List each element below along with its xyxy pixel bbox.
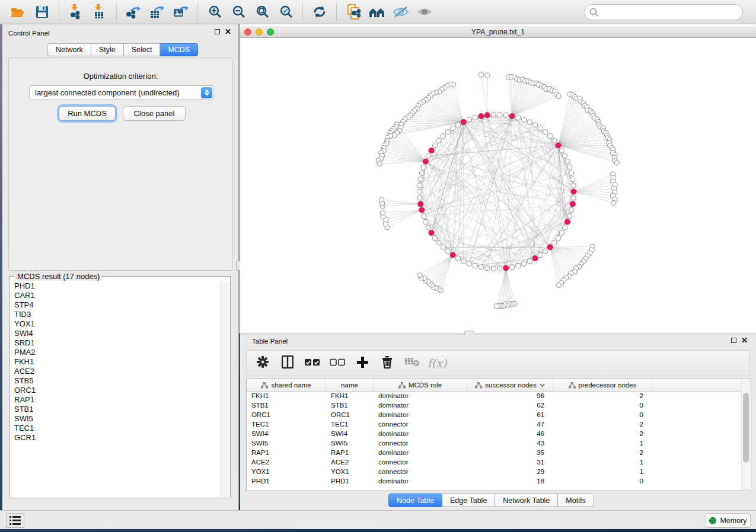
cell-name[interactable]: PHD1: [326, 477, 374, 486]
cell-successors[interactable]: 31: [467, 458, 553, 467]
add-button[interactable]: [355, 355, 370, 371]
optimization-criterion-select[interactable]: largest connected component (undirected): [29, 85, 214, 100]
cell-shared_name[interactable]: PHD1: [247, 477, 326, 486]
mcds-result-item[interactable]: SRD1: [11, 338, 221, 348]
tab-node-table[interactable]: Node Table: [388, 493, 442, 507]
cell-name[interactable]: ACE2: [326, 458, 374, 467]
tab-edge-table[interactable]: Edge Table: [442, 493, 495, 507]
cell-predecessors[interactable]: 1: [553, 467, 652, 477]
refresh-view-button[interactable]: [308, 2, 331, 22]
export-image-button[interactable]: [169, 2, 193, 22]
mcds-result-item[interactable]: RAP1: [11, 395, 221, 405]
cell-role[interactable]: connector: [374, 458, 467, 467]
import-network-button[interactable]: [64, 2, 88, 22]
open-file-button[interactable]: [7, 2, 30, 22]
column-header-successor-nodes[interactable]: successor nodes: [467, 379, 553, 391]
cell-role[interactable]: connector: [374, 467, 467, 477]
first-neighbors-button[interactable]: [365, 2, 389, 22]
cell-successors[interactable]: 47: [467, 420, 553, 430]
cell-name[interactable]: SWI4: [326, 430, 374, 439]
cell-successors[interactable]: 18: [467, 477, 553, 486]
columns-button[interactable]: [280, 355, 295, 371]
cell-name[interactable]: TEC1: [326, 420, 374, 430]
column-header-MCDS-role[interactable]: MCDS role: [374, 379, 467, 391]
table-scrollbar[interactable]: [741, 380, 750, 490]
mcds-result-scrollbar[interactable]: [221, 281, 229, 497]
close-panel-button[interactable]: Close panel: [123, 106, 186, 121]
close-panel-icon[interactable]: ✕: [741, 338, 748, 343]
tab-network[interactable]: Network: [47, 43, 91, 56]
cell-role[interactable]: dominator: [374, 401, 467, 411]
mcds-result-item[interactable]: PHD1: [11, 281, 221, 291]
import-table-button[interactable]: [88, 2, 111, 22]
network-window-titlebar[interactable]: YPA_prune.txt_1: [240, 26, 756, 38]
cell-role[interactable]: dominator: [374, 448, 467, 458]
mcds-result-item[interactable]: FKH1: [11, 357, 221, 367]
mcds-result-item[interactable]: STB5: [11, 376, 221, 386]
column-header-predecessor-nodes[interactable]: predecessor nodes: [553, 379, 652, 391]
close-panel-icon[interactable]: ✕: [225, 29, 231, 34]
table-row-YOX1[interactable]: YOX1YOX1connector291: [247, 467, 751, 477]
tab-select[interactable]: Select: [124, 43, 161, 56]
table-row-RAP1[interactable]: RAP1RAP1dominator352: [247, 448, 751, 458]
mcds-result-item[interactable]: YOX1: [11, 319, 221, 329]
table-row-SWI5[interactable]: SWI5SWI5connector431: [247, 439, 751, 448]
cell-successors[interactable]: 35: [467, 448, 553, 458]
node-table[interactable]: shared namenameMCDS rolesuccessor nodesp…: [246, 379, 751, 491]
tab-motifs[interactable]: Motifs: [558, 493, 594, 507]
mcds-result-item[interactable]: TID3: [11, 310, 221, 319]
table-row-ORC1[interactable]: ORC1ORC1dominator610: [247, 411, 751, 420]
tab-style[interactable]: Style: [91, 43, 124, 56]
cell-name[interactable]: FKH1: [326, 392, 374, 401]
panel-list-button[interactable]: [6, 513, 24, 528]
cell-predecessors[interactable]: 0: [553, 411, 652, 420]
zoom-in-button[interactable]: [203, 2, 227, 22]
mcds-result-item[interactable]: PMA2: [11, 348, 221, 357]
mcds-result-item[interactable]: GCR1: [11, 433, 221, 443]
cell-name[interactable]: ORC1: [326, 411, 374, 420]
float-panel-icon[interactable]: [215, 29, 220, 34]
cell-shared_name[interactable]: STB1: [247, 401, 326, 411]
cell-name[interactable]: SWI5: [326, 439, 374, 448]
export-network-button[interactable]: [122, 2, 145, 22]
zoom-selected-button[interactable]: [274, 2, 298, 22]
cell-predecessors[interactable]: 2: [553, 392, 652, 401]
column-header-name[interactable]: name: [326, 379, 374, 391]
tab-mcds[interactable]: MCDS: [160, 43, 198, 56]
cell-name[interactable]: STB1: [326, 401, 374, 411]
float-panel-icon[interactable]: [731, 338, 736, 343]
cell-successors[interactable]: 43: [467, 439, 553, 448]
cell-shared_name[interactable]: FKH1: [247, 392, 326, 401]
mcds-result-item[interactable]: SWI4: [11, 329, 221, 338]
select-all-button[interactable]: [305, 355, 320, 371]
cell-role[interactable]: dominator: [374, 392, 467, 401]
deselect-all-button[interactable]: [330, 355, 345, 371]
tab-network-table[interactable]: Network Table: [495, 493, 558, 507]
cell-name[interactable]: YOX1: [326, 467, 374, 477]
cell-shared_name[interactable]: TEC1: [247, 420, 326, 430]
cell-predecessors[interactable]: 1: [553, 439, 652, 448]
gear-button[interactable]: [255, 355, 270, 371]
hide-selected-button[interactable]: [389, 2, 413, 22]
table-row-ACE2[interactable]: ACE2ACE2connector311: [247, 458, 751, 467]
cell-role[interactable]: connector: [374, 420, 467, 430]
cell-role[interactable]: dominator: [374, 430, 467, 439]
run-mcds-button[interactable]: Run MCDS: [59, 106, 116, 121]
cell-successors[interactable]: 29: [467, 467, 553, 477]
mcds-result-item[interactable]: SWI5: [11, 414, 221, 424]
mcds-result-item[interactable]: ACE2: [11, 367, 221, 376]
cell-predecessors[interactable]: 2: [553, 448, 652, 458]
search-input[interactable]: [584, 4, 743, 20]
table-row-SWI4[interactable]: SWI4SWI4dominator462: [247, 430, 751, 439]
trash-button[interactable]: [379, 355, 395, 371]
save-session-button[interactable]: [30, 2, 54, 22]
cell-predecessors[interactable]: 0: [553, 401, 652, 411]
export-table-button[interactable]: [145, 2, 169, 22]
cell-shared_name[interactable]: YOX1: [247, 467, 326, 477]
table-row-STB1[interactable]: STB1STB1dominator620: [247, 401, 751, 411]
show-all-button[interactable]: [413, 2, 436, 22]
table-row-TEC1[interactable]: TEC1TEC1connector472: [247, 420, 751, 430]
cell-predecessors[interactable]: 0: [553, 477, 652, 486]
mcds-result-item[interactable]: STB1: [11, 405, 221, 414]
cell-shared_name[interactable]: RAP1: [247, 448, 326, 458]
